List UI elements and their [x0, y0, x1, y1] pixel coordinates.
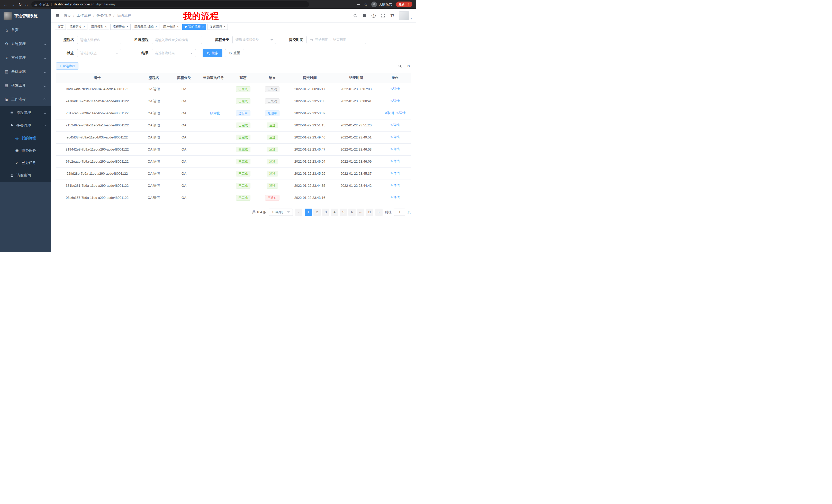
sidebar-item-todo-tasks[interactable]: ◉ 待办任务: [0, 144, 51, 157]
detail-action-link[interactable]: ✎详情: [390, 172, 399, 175]
tab-process-form[interactable]: 流程表单×: [110, 24, 131, 30]
breadcrumb-item-current: 我的流程: [117, 13, 131, 18]
address-bar[interactable]: ⚠ 不安全 | dashboard.yudao.iocoder.cn/bpm/t…: [31, 1, 309, 7]
status-badge: 已完成: [236, 159, 251, 164]
sidebar-item-payment[interactable]: ¥ 支付管理: [0, 51, 51, 65]
annotation-title: 我的流程: [183, 10, 219, 22]
goto-page-input[interactable]: [394, 208, 405, 216]
close-icon[interactable]: ×: [202, 25, 204, 28]
sidebar-item-home[interactable]: ⌂ 首页: [0, 23, 51, 37]
briefcase-icon: ▣: [5, 97, 9, 102]
page-button[interactable]: 5: [340, 208, 347, 216]
sidebar-item-devtools[interactable]: ▦ 研发工具: [0, 79, 51, 92]
page-button[interactable]: 1: [305, 208, 312, 216]
prev-page-button[interactable]: ‹: [295, 208, 302, 216]
security-label[interactable]: 不安全: [39, 2, 49, 7]
process-name-input[interactable]: [77, 36, 121, 44]
sidebar-item-leave-query[interactable]: 请假查询: [0, 169, 51, 182]
close-icon[interactable]: ×: [127, 25, 128, 28]
password-key-icon[interactable]: [356, 2, 361, 7]
detail-action-link[interactable]: ✎详情: [390, 87, 399, 91]
start-process-button[interactable]: + 发起流程: [56, 62, 78, 69]
sidebar-item-label: 待办任务: [22, 148, 46, 153]
tab-process-model[interactable]: 流程模型×: [89, 24, 109, 30]
page-button[interactable]: 2: [313, 208, 321, 216]
filter-row-1: 流程名 所属流程 流程分类 请选择流程分类 提交时间: [56, 36, 411, 44]
page-size-select[interactable]: 10条/页: [269, 208, 293, 216]
tab-process-definition[interactable]: 流程定义×: [67, 24, 87, 30]
browser-reload-button[interactable]: ↻: [19, 3, 22, 6]
help-icon[interactable]: ?: [371, 13, 376, 18]
sidebar-item-task-management[interactable]: ⚑ 任务管理: [0, 119, 51, 132]
end-date-placeholder: 结束日期: [333, 37, 346, 42]
sidebar-item-done-tasks[interactable]: ✓ 已办任务: [0, 157, 51, 169]
cancel-icon: ⊘: [384, 111, 387, 115]
breadcrumb-item[interactable]: 首页: [64, 13, 71, 18]
font-size-icon[interactable]: TT: [390, 13, 394, 18]
edit-icon: ✎: [390, 123, 393, 127]
close-icon[interactable]: ×: [224, 25, 226, 28]
github-icon[interactable]: [362, 13, 367, 18]
detail-action-link[interactable]: ✎详情: [390, 184, 399, 187]
table-row: ec45f38f-7b9a-11ec-b03b-acde48001122OA 请…: [56, 131, 411, 143]
tab-start-process[interactable]: 发起流程×: [207, 24, 228, 30]
sidebar-item-workflow[interactable]: ▣ 工作流程: [0, 92, 51, 106]
browser-forward-button[interactable]: →: [11, 3, 15, 6]
page-button[interactable]: 6: [348, 208, 356, 216]
category-select[interactable]: 请选择流程分类: [232, 36, 276, 44]
pager-pages: 123456···11: [305, 208, 373, 216]
status-badge: 进行中: [236, 110, 251, 116]
pager-ellipsis[interactable]: ···: [357, 208, 364, 216]
refresh-table-icon[interactable]: ↻: [406, 64, 411, 68]
sidebar-item-infrastructure[interactable]: ▤ 基础设施: [0, 65, 51, 79]
result-select[interactable]: 请选择流结果: [152, 49, 196, 57]
bookmark-star-icon[interactable]: ☆: [364, 3, 367, 6]
status-select[interactable]: 请选择状态: [77, 49, 121, 57]
detail-action-link[interactable]: ✎详情: [390, 135, 399, 139]
page-button[interactable]: 4: [331, 208, 338, 216]
cancel-action-link[interactable]: ⊘取消: [384, 111, 394, 115]
user-avatar-menu[interactable]: ▾: [399, 11, 412, 20]
fullscreen-icon[interactable]: [381, 13, 385, 18]
browser-home-button[interactable]: ⌂: [25, 3, 28, 6]
sidebar-item-my-process[interactable]: ◎ 我的流程: [0, 132, 51, 144]
browser-update-button[interactable]: 更新 ⋮: [396, 2, 413, 7]
page-button[interactable]: 3: [322, 208, 329, 216]
browser-back-button[interactable]: ←: [4, 3, 7, 6]
detail-action-link[interactable]: ✎详情: [390, 147, 399, 151]
breadcrumb-item[interactable]: 任务管理: [97, 13, 111, 18]
search-icon[interactable]: [353, 13, 357, 18]
show-search-icon[interactable]: [397, 64, 402, 68]
close-icon[interactable]: ×: [83, 25, 85, 28]
page-button[interactable]: 11: [366, 208, 373, 216]
tab-process-form-edit[interactable]: 流程表单-编辑×: [132, 24, 159, 30]
tab-home[interactable]: 首页: [55, 24, 66, 30]
next-page-button[interactable]: ›: [375, 208, 383, 216]
breadcrumb-item[interactable]: 工作流程: [77, 13, 91, 18]
close-icon[interactable]: ×: [105, 25, 107, 28]
sidebar-item-system[interactable]: ⚙ 系统管理: [0, 37, 51, 51]
detail-action-link[interactable]: ✎详情: [390, 99, 399, 103]
close-icon[interactable]: ×: [155, 25, 157, 28]
process-definition-input[interactable]: [152, 36, 202, 44]
status-badge: 已完成: [236, 122, 251, 128]
sidebar-item-process-management[interactable]: ≣ 流程管理: [0, 106, 51, 119]
sidebar-collapse-icon[interactable]: [55, 13, 60, 18]
date-range-picker[interactable]: 开始日期 - 结束日期: [307, 36, 366, 44]
column-header-result: 结果: [258, 73, 287, 83]
current-task-link[interactable]: 一级审批: [207, 111, 220, 115]
warning-icon: ⚠: [34, 3, 37, 6]
detail-action-link[interactable]: ✎详情: [390, 123, 399, 127]
browser-menu-kebab-icon[interactable]: ⋮: [407, 3, 410, 6]
detail-action-link[interactable]: ✎详情: [390, 160, 399, 163]
detail-action-link[interactable]: ✎详情: [396, 111, 406, 115]
tab-user-group[interactable]: 用户分组×: [161, 24, 181, 30]
reset-button[interactable]: ↻ 重置: [225, 49, 244, 57]
date-separator: -: [330, 38, 331, 42]
close-icon[interactable]: ×: [177, 25, 179, 28]
detail-action-link[interactable]: ✎详情: [390, 196, 399, 199]
search-button[interactable]: 搜索: [203, 49, 223, 57]
chevron-down-icon: [44, 111, 46, 114]
column-header-id: 编号: [56, 73, 138, 83]
tab-my-process[interactable]: 我的流程×: [182, 24, 206, 30]
